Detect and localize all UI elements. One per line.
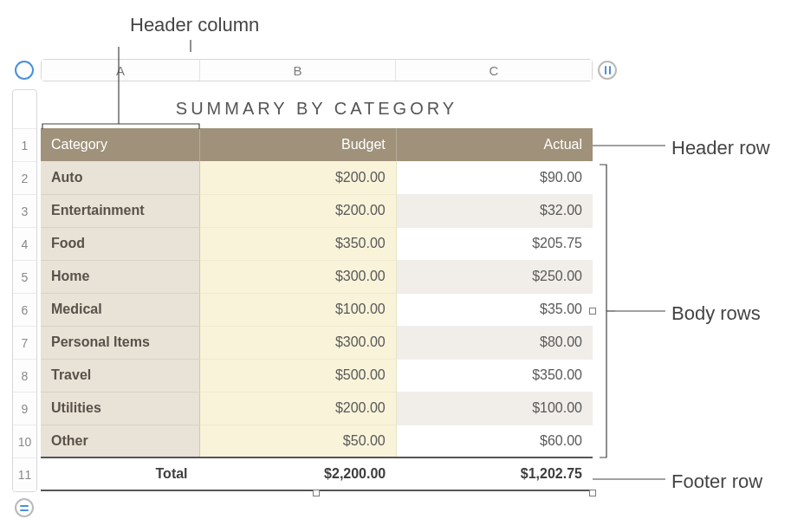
row-header-3[interactable]: 3	[13, 195, 36, 228]
row-header-7[interactable]: 7	[13, 327, 36, 360]
callout-header-column: Header column	[130, 14, 259, 36]
table-row: Home $300.00 $250.00	[41, 260, 593, 293]
cell-actual[interactable]: $32.00	[396, 194, 593, 227]
header-budget[interactable]: Budget	[200, 128, 397, 161]
cell-actual[interactable]: $80.00	[396, 326, 593, 359]
cell-actual[interactable]: $100.00	[396, 392, 593, 425]
cell-budget[interactable]: $300.00	[200, 326, 397, 359]
header-category[interactable]: Category	[41, 128, 200, 161]
table-title[interactable]: SUMMARY BY CATEGORY	[41, 89, 593, 128]
cell-actual[interactable]: $90.00	[396, 161, 593, 194]
callout-body-rows: Body rows	[671, 302, 761, 325]
column-headers: A B C	[41, 59, 593, 81]
cell-budget[interactable]: $350.00	[200, 227, 397, 260]
cell-actual[interactable]: $350.00	[396, 359, 593, 392]
resize-handle-bottom[interactable]	[313, 490, 320, 496]
footer-label[interactable]: Total	[41, 457, 200, 490]
cell-category[interactable]: Travel	[41, 359, 200, 392]
column-header-b[interactable]: B	[200, 60, 396, 81]
cell-category[interactable]: Entertainment	[41, 194, 200, 227]
spreadsheet-table: SUMMARY BY CATEGORY Category Budget Actu…	[41, 89, 593, 491]
cell-budget[interactable]: $50.00	[200, 425, 397, 457]
resize-handle-right[interactable]	[589, 308, 596, 315]
cell-category[interactable]: Home	[41, 260, 200, 293]
callout-header-row: Header row	[671, 137, 770, 159]
cell-category[interactable]: Personal Items	[41, 326, 200, 359]
header-actual[interactable]: Actual	[396, 128, 593, 161]
table-row: Entertainment $200.00 $32.00	[41, 194, 593, 227]
add-column-icon[interactable]	[598, 61, 617, 80]
cell-category[interactable]: Utilities	[41, 392, 200, 425]
cell-category[interactable]: Food	[41, 227, 200, 260]
row-header-8[interactable]: 8	[13, 360, 36, 393]
cell-actual[interactable]: $60.00	[396, 425, 593, 457]
callout-footer-row: Footer row	[671, 470, 762, 493]
column-header-a[interactable]: A	[42, 60, 200, 81]
add-row-icon[interactable]	[15, 498, 34, 517]
cell-category[interactable]: Other	[41, 425, 200, 457]
cell-actual[interactable]: $205.75	[396, 227, 593, 260]
column-header-c[interactable]: C	[396, 60, 592, 81]
cell-category[interactable]: Medical	[41, 293, 200, 326]
table-row: Auto $200.00 $90.00	[41, 161, 593, 194]
row-header-6[interactable]: 6	[13, 294, 36, 327]
footer-budget[interactable]: $2,200.00	[200, 457, 397, 490]
table-menu-icon[interactable]	[15, 61, 34, 80]
cell-budget[interactable]: $200.00	[200, 194, 397, 227]
table-row: Utilities $200.00 $100.00	[41, 392, 593, 425]
cell-budget[interactable]: $100.00	[200, 293, 397, 326]
table-row: Personal Items $300.00 $80.00	[41, 326, 593, 359]
footer-row: Total $2,200.00 $1,202.75	[41, 457, 593, 490]
cell-budget[interactable]: $500.00	[200, 359, 397, 392]
cell-category[interactable]: Auto	[41, 161, 200, 194]
header-row: Category Budget Actual	[41, 128, 593, 161]
row-header-11[interactable]: 11	[13, 458, 36, 491]
row-headers: 1 2 3 4 5 6 7 8 9 10 11	[12, 89, 37, 492]
cell-budget[interactable]: $200.00	[200, 161, 397, 194]
row-header-9[interactable]: 9	[13, 393, 36, 425]
row-header-10[interactable]: 10	[13, 425, 36, 458]
table-row: Other $50.00 $60.00	[41, 425, 593, 457]
cell-budget[interactable]: $200.00	[200, 392, 397, 425]
table-row: Travel $500.00 $350.00	[41, 359, 593, 392]
cell-actual[interactable]: $35.00	[396, 293, 593, 326]
row-header-4[interactable]: 4	[13, 228, 36, 261]
footer-actual[interactable]: $1,202.75	[396, 457, 593, 490]
cell-budget[interactable]: $300.00	[200, 260, 397, 293]
row-header-1[interactable]: 1	[13, 129, 36, 162]
resize-handle-corner[interactable]	[589, 490, 596, 496]
cell-actual[interactable]: $250.00	[396, 260, 593, 293]
table-row: Food $350.00 $205.75	[41, 227, 593, 260]
row-header-2[interactable]: 2	[13, 162, 36, 195]
row-header-5[interactable]: 5	[13, 261, 36, 294]
table-row: Medical $100.00 $35.00	[41, 293, 593, 326]
